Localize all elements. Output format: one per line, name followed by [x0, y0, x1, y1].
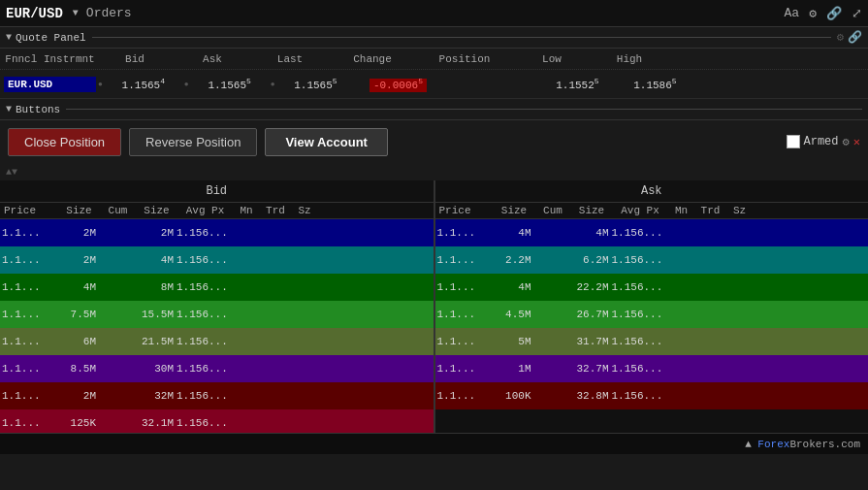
panel-icon-1[interactable]: ⚙	[837, 30, 844, 45]
top-bar-right: Aa ⚙ 🔗 ⤢	[785, 6, 862, 21]
gear-icon[interactable]: ⚙	[809, 6, 817, 21]
bid-hdr-mn: Mn	[232, 205, 261, 216]
bid-size: 2M	[55, 390, 99, 402]
ask-size: 4.5M	[491, 309, 534, 320]
armed-row: Armed ⚙ ✕	[787, 135, 860, 149]
ask-row[interactable]: 1.1... 2.2M 6.2M 1.156...	[435, 246, 869, 274]
footer-bar: ▲ ForexBrokers.com	[0, 433, 868, 454]
ask-hdr-sz: Sz	[725, 205, 755, 216]
change-value: -0.00065	[370, 79, 427, 92]
bid-row[interactable]: 1.1... 2M 32M 1.156...	[0, 382, 434, 409]
ask-hdr-size: Size	[493, 205, 536, 216]
ask-price: 1.1...	[437, 363, 491, 375]
bid-avgpx: 1.156...	[177, 390, 230, 402]
bid-size: 8.5M	[55, 363, 99, 375]
header-low: Low	[513, 53, 591, 65]
bid-hdr-avgpx: Avg Px	[178, 205, 232, 216]
bid-avgpx: 1.156...	[177, 336, 230, 347]
ask-avgpx: 1.156...	[612, 363, 665, 375]
ask-price: 1.1...	[437, 254, 491, 266]
bid-price: 1.1...	[2, 227, 55, 239]
bid-row[interactable]: 1.1... 8.5M 30M 1.156...	[0, 355, 434, 382]
buttons-row: Close Position Reverse Position View Acc…	[0, 120, 868, 163]
bid-hdr-price: Price	[4, 205, 57, 216]
header-fnncl: Fnncl Instrmnt	[4, 53, 96, 65]
orders-link[interactable]: Orders	[86, 6, 132, 20]
orderbook-container: Bid Price Size Cum Size Avg Px Mn Trd Sz…	[0, 180, 868, 433]
quote-high: 1.15865	[616, 77, 693, 91]
ask-avgpx: 1.156...	[612, 227, 665, 239]
bid-price: 1.1...	[2, 309, 55, 320]
view-account-button[interactable]: View Account	[265, 128, 388, 156]
ask-row[interactable]: 1.1... 4M 4M 1.156...	[435, 219, 869, 246]
ask-size: 2.2M	[491, 254, 534, 266]
close-position-button[interactable]: Close Position	[8, 128, 121, 156]
ask-price: 1.1...	[437, 309, 491, 320]
ask-cumsize: 4M	[568, 227, 612, 239]
quote-headers: Fnncl Instrmnt Bid Ask Last Change Posit…	[0, 49, 868, 70]
bid-cumsize: 2M	[133, 227, 177, 239]
ask-avgpx: 1.156...	[612, 390, 665, 402]
panel-icon-2[interactable]: 🔗	[848, 30, 862, 45]
ask-row[interactable]: 1.1... 4.5M 26.7M 1.156...	[435, 301, 869, 328]
bid-row[interactable]: 1.1... 7.5M 15.5M 1.156...	[0, 301, 434, 328]
bid-cumsize: 21.5M	[133, 336, 177, 347]
ask-row[interactable]: 1.1... 100K 32.8M 1.156...	[435, 382, 869, 409]
bid-row[interactable]: 1.1... 125K 32.1M 1.156...	[0, 409, 434, 433]
bid-price: 1.1...	[2, 417, 55, 429]
buttons-toggle[interactable]: ▼	[6, 104, 12, 114]
ask-row[interactable]: 1.1... 1M 32.7M 1.156...	[435, 355, 869, 382]
bid-row[interactable]: 1.1... 2M 4M 1.156...	[0, 246, 434, 274]
bid-price: 1.1...	[2, 390, 55, 402]
ask-cumsize: 31.7M	[568, 336, 612, 347]
ask-row[interactable]: 1.1... 4M 22.2M 1.156...	[435, 274, 869, 301]
bid-avgpx: 1.156...	[177, 309, 230, 320]
armed-icon-gear[interactable]: ⚙	[843, 135, 850, 149]
top-bar-left: EUR/USD ▼ Orders	[6, 6, 132, 21]
bid-avgpx: 1.156...	[177, 254, 230, 266]
bid-row[interactable]: 1.1... 4M 8M 1.156...	[0, 274, 434, 301]
quote-data-row: EUR.USD ● 1.15654 ● 1.15655 ● 1.15655 -0…	[0, 70, 868, 99]
bid-price: 1.1...	[2, 281, 55, 293]
aa-icon[interactable]: Aa	[785, 6, 800, 20]
bid-row[interactable]: 1.1... 2M 2M 1.156...	[0, 219, 434, 246]
armed-close-icon[interactable]: ✕	[853, 135, 860, 149]
ask-hdr-cumsize: Size	[570, 205, 614, 216]
dot2: ●	[184, 80, 189, 88]
bid-size: 4M	[55, 281, 99, 293]
buttons-divider	[66, 109, 862, 110]
ask-price: 1.1...	[437, 227, 491, 239]
link-icon[interactable]: 🔗	[826, 6, 842, 21]
armed-checkbox[interactable]	[787, 135, 800, 148]
bid-price: 1.1...	[2, 254, 55, 266]
symbol-dropdown[interactable]: ▼	[73, 8, 79, 18]
quote-panel-toggle[interactable]: ▼	[6, 32, 12, 43]
ask-col-headers: Price Size Cum Size Avg Px Mn Trd Sz	[435, 203, 869, 219]
bid-avgpx: 1.156...	[177, 227, 230, 239]
ask-cumsize: 26.7M	[568, 309, 612, 320]
ask-cumsize: 22.2M	[568, 281, 612, 293]
ask-size: 4M	[491, 227, 534, 239]
dot1: ●	[98, 80, 103, 88]
ask-hdr-price: Price	[439, 205, 493, 216]
bid-size: 2M	[55, 227, 99, 239]
bid-rows: 1.1... 2M 2M 1.156... 1.1... 2M 4M 1.156…	[0, 219, 434, 433]
resize-icon[interactable]: ⤢	[852, 6, 862, 21]
ask-cumsize: 32.8M	[568, 390, 612, 402]
bid-row[interactable]: 1.1... 6M 21.5M 1.156...	[0, 328, 434, 355]
quote-panel-icons: ⚙ 🔗	[837, 30, 862, 45]
ask-rows: 1.1... 4M 4M 1.156... 1.1... 2.2M 6.2M 1…	[435, 219, 869, 433]
ask-avgpx: 1.156...	[612, 336, 665, 347]
header-ask: Ask	[174, 53, 251, 65]
buttons-label: Buttons	[16, 104, 60, 115]
quote-instrument[interactable]: EUR.USD	[4, 77, 96, 92]
reverse-position-button[interactable]: Reverse Position	[129, 128, 257, 156]
bid-hdr-size: Size	[57, 205, 101, 216]
bid-cumsize: 8M	[133, 281, 177, 293]
header-change: Change	[329, 53, 416, 65]
quote-change: -0.00065	[354, 77, 441, 91]
ask-row[interactable]: 1.1... 5M 31.7M 1.156...	[435, 328, 869, 355]
bid-hdr-cum: Cum	[101, 205, 135, 216]
footer-logo: ▲ ForexBrokers.com	[745, 439, 860, 450]
quote-panel-header: ▼ Quote Panel ⚙ 🔗	[0, 27, 868, 49]
